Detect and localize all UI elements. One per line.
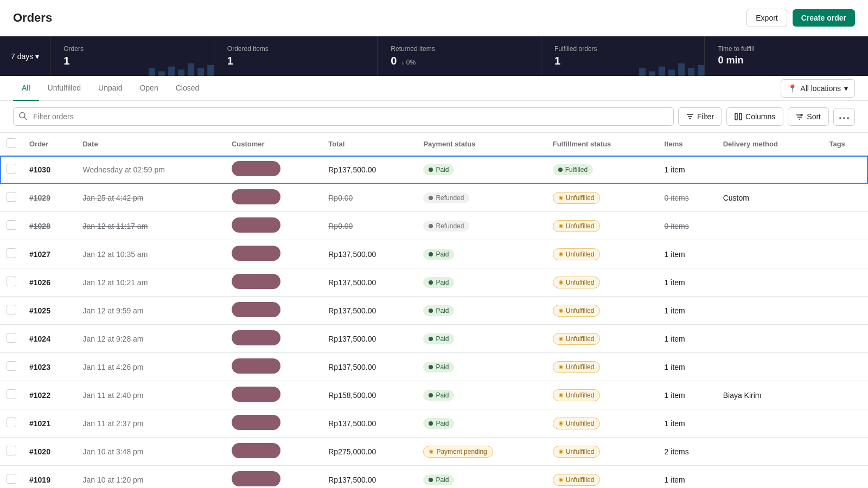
table-row[interactable]: #1019Jan 10 at 1:20 pmRp137,500.00PaidUn…	[0, 466, 868, 489]
order-total: Rp137,500.00	[328, 306, 376, 315]
row-checkbox[interactable]	[7, 192, 16, 202]
export-button[interactable]: Export	[746, 9, 787, 27]
order-number[interactable]: #1026	[29, 278, 50, 287]
order-tags	[822, 240, 868, 268]
order-date: Jan 10 at 1:20 pm	[82, 476, 143, 484]
stats-returned-items: Returned items 0 ↓ 0%	[378, 36, 541, 76]
order-number[interactable]: #1027	[29, 250, 50, 259]
search-wrap	[13, 107, 674, 126]
filter-button[interactable]: Filter	[678, 107, 722, 126]
row-checkbox[interactable]	[7, 248, 16, 258]
fulfillment-status-badge: Unfulfilled	[553, 446, 601, 458]
table-row[interactable]: #1020Jan 10 at 3:48 pmRp275,000.00Paymen…	[0, 438, 868, 466]
stats-orders: Orders 1	[50, 36, 214, 76]
table-row[interactable]: #1026Jan 12 at 10:21 amRp137,500.00PaidU…	[0, 268, 868, 297]
customer-name[interactable]	[232, 189, 280, 204]
table-row[interactable]: #1024Jan 12 at 9:28 amRp137,500.00PaidUn…	[0, 325, 868, 353]
order-number[interactable]: #1020	[29, 447, 50, 456]
order-items: 0 items	[665, 194, 689, 202]
row-checkbox[interactable]	[7, 220, 16, 230]
location-selector[interactable]: 📍 All locations ▾	[781, 79, 855, 98]
row-checkbox[interactable]	[7, 446, 16, 455]
order-tags	[822, 381, 868, 409]
order-date: Jan 11 at 2:40 pm	[82, 391, 143, 400]
table-row[interactable]: #1021Jan 11 at 2:37 pmRp137,500.00PaidUn…	[0, 409, 868, 438]
order-number[interactable]: #1024	[29, 335, 50, 343]
order-total: Rp0.00	[328, 194, 353, 202]
row-checkbox[interactable]	[7, 389, 16, 399]
order-total: Rp137,500.00	[328, 363, 376, 371]
table-row[interactable]: #1025Jan 12 at 9:59 amRp137,500.00PaidUn…	[0, 297, 868, 325]
order-total: Rp137,500.00	[328, 278, 376, 287]
customer-name[interactable]	[232, 217, 280, 233]
order-total: Rp137,500.00	[328, 335, 376, 343]
stats-period[interactable]: 7 days ▾	[0, 36, 50, 76]
row-checkbox[interactable]	[7, 305, 16, 314]
more-options-button[interactable]	[833, 108, 855, 126]
order-items: 1 item	[665, 419, 685, 428]
row-checkbox[interactable]	[7, 333, 16, 343]
order-items: 1 item	[665, 306, 685, 315]
table-row[interactable]: #1028Jan 12 at 11:17 amRp0.00RefundedUnf…	[0, 212, 868, 240]
payment-status-badge: Paid	[423, 277, 454, 288]
col-fulfillment-status: Fulfillment status	[546, 133, 658, 156]
order-number[interactable]: #1022	[29, 391, 50, 400]
columns-label: Columns	[745, 112, 775, 121]
order-number[interactable]: #1021	[29, 419, 50, 428]
customer-name[interactable]	[232, 274, 280, 289]
payment-status-badge: Paid	[423, 362, 454, 373]
tab-unfulfilled[interactable]: Unfulfilled	[39, 76, 90, 101]
create-order-button[interactable]: Create order	[793, 9, 855, 27]
customer-name[interactable]	[232, 330, 280, 345]
row-checkbox[interactable]	[7, 277, 16, 286]
customer-name[interactable]	[232, 161, 280, 176]
svg-rect-10	[668, 69, 675, 76]
sort-button[interactable]: Sort	[788, 107, 829, 126]
tab-closed[interactable]: Closed	[167, 76, 208, 101]
customer-name[interactable]	[232, 415, 280, 430]
order-date: Jan 10 at 3:48 pm	[82, 447, 143, 456]
order-number[interactable]: #1019	[29, 476, 50, 484]
orders-table: Order Date Customer Total Payment status…	[0, 133, 868, 488]
fulfillment-status-badge: Unfulfilled	[553, 418, 601, 429]
customer-name[interactable]	[232, 302, 280, 317]
customer-name[interactable]	[232, 358, 280, 374]
row-checkbox[interactable]	[7, 418, 16, 427]
stats-time-to-fulfill-label: Time to fulfill	[718, 45, 855, 53]
order-number[interactable]: #1023	[29, 363, 50, 371]
order-items: 1 item	[665, 476, 685, 484]
customer-name[interactable]	[232, 387, 280, 402]
svg-rect-4	[188, 63, 194, 76]
svg-point-26	[847, 117, 849, 119]
row-checkbox[interactable]	[7, 474, 16, 484]
stats-fulfilled-orders: Fulfilled orders 1	[541, 36, 705, 76]
page-title: Orders	[13, 11, 52, 25]
table-row[interactable]: #1030Wednesday at 02:59 pmRp137,500.00Pa…	[0, 156, 868, 184]
customer-name[interactable]	[232, 471, 280, 486]
table-row[interactable]: #1022Jan 11 at 2:40 pmRp158,500.00PaidUn…	[0, 381, 868, 409]
tab-unpaid[interactable]: Unpaid	[90, 76, 131, 101]
col-tags: Tags	[822, 133, 868, 156]
customer-name[interactable]	[232, 443, 280, 458]
row-checkbox[interactable]	[7, 361, 16, 371]
order-date: Jan 12 at 10:35 am	[82, 250, 148, 259]
order-items: 1 item	[665, 391, 685, 400]
fulfillment-status-badge: Fulfilled	[553, 164, 593, 175]
customer-name[interactable]	[232, 246, 280, 261]
toolbar: Filter Columns Sort	[0, 101, 868, 133]
order-number[interactable]: #1028	[29, 222, 50, 230]
select-all-checkbox[interactable]	[7, 138, 16, 148]
table-row[interactable]: #1027Jan 12 at 10:35 amRp137,500.00PaidU…	[0, 240, 868, 268]
order-number[interactable]: #1025	[29, 306, 50, 315]
tab-open[interactable]: Open	[131, 76, 167, 101]
order-number[interactable]: #1029	[29, 194, 50, 202]
order-number[interactable]: #1030	[29, 165, 50, 174]
table-row[interactable]: #1029Jan 25 at 4:42 pmRp0.00RefundedUnfu…	[0, 184, 868, 212]
order-items: 0 items	[665, 222, 689, 230]
row-checkbox[interactable]	[7, 164, 16, 174]
search-input[interactable]	[13, 107, 674, 126]
table-row[interactable]: #1023Jan 11 at 4:26 pmRp137,500.00PaidUn…	[0, 353, 868, 381]
svg-rect-5	[197, 68, 204, 76]
tab-all[interactable]: All	[13, 76, 39, 101]
columns-button[interactable]: Columns	[726, 107, 783, 126]
